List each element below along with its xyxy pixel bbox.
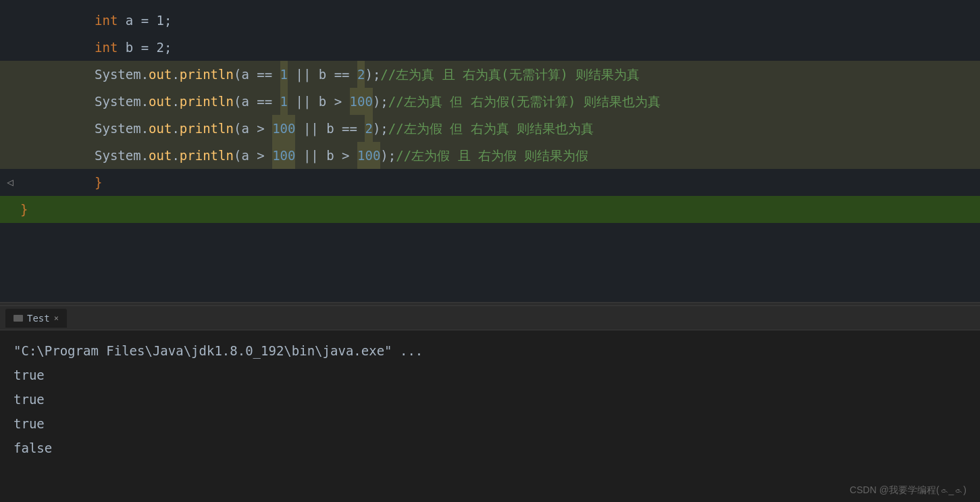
terminal-panel: Test × "C:\Program Files\Java\jdk1.8.0_1… <box>0 306 980 502</box>
bottom-brace-char: } <box>20 196 28 223</box>
terminal-output-1: true <box>14 363 966 387</box>
terminal-content: "C:\Program Files\Java\jdk1.8.0_192\bin\… <box>0 330 980 502</box>
code-line-1: int a = 1; <box>0 7 980 34</box>
terminal-path-line: "C:\Program Files\Java\jdk1.8.0_192\bin\… <box>14 338 966 363</box>
breakpoint-icon: ◁ <box>7 169 14 196</box>
terminal-close-icon[interactable]: × <box>54 313 59 323</box>
terminal-tab-icon <box>14 315 23 322</box>
terminal-tab-bar: Test × <box>0 306 980 330</box>
code-line-2: int b = 2; <box>0 34 980 61</box>
terminal-output-3: true <box>14 411 966 436</box>
watermark-text: CSDN @我要学编程(꧖_꧖) <box>850 484 966 497</box>
terminal-output-4: false <box>14 436 966 460</box>
code-line-3: System.out.println(a == 1 || b == 2);//左… <box>0 61 980 88</box>
terminal-output-2: true <box>14 387 966 411</box>
code-closing-brace: ◁ } <box>0 169 980 196</box>
code-editor: int a = 1; int b = 2; System.out.println… <box>0 0 980 302</box>
closing-brace-char: } <box>95 169 102 196</box>
code-line-4: System.out.println(a == 1 || b > 100);//… <box>0 88 980 115</box>
code-line-5: System.out.println(a > 100 || b == 2);//… <box>0 115 980 142</box>
keyword-int-1: int <box>95 7 118 34</box>
terminal-tab-test[interactable]: Test × <box>5 309 67 328</box>
terminal-tab-label: Test <box>27 313 50 324</box>
code-line-6: System.out.println(a > 100 || b > 100);/… <box>0 142 980 169</box>
code-bottom-brace: } <box>0 196 980 223</box>
keyword-int-2: int <box>95 34 118 61</box>
